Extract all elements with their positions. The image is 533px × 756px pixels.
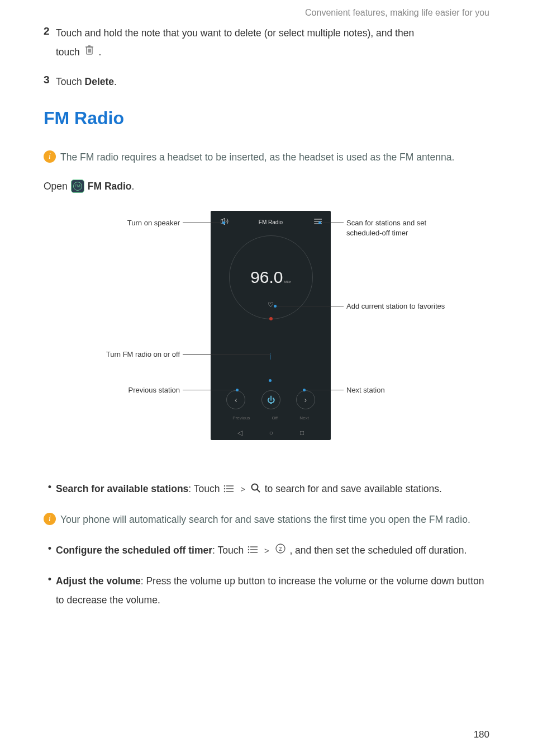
- svg-point-11: [314, 221, 315, 222]
- label-speaker: Turn on speaker: [96, 218, 180, 228]
- ctrl-label-prev: Previous: [232, 415, 250, 420]
- svg-point-13: [225, 485, 225, 486]
- phone-title: FM Radio: [259, 219, 283, 225]
- leader-line: [277, 306, 344, 306]
- step-number: 2: [44, 23, 56, 62]
- info-icon: i: [44, 150, 56, 163]
- bullet-text: Search for available stations: Touch > t…: [56, 479, 442, 499]
- heart-icon[interactable]: ♡: [268, 301, 274, 309]
- text: Open: [44, 178, 68, 194]
- svg-line-20: [257, 489, 260, 492]
- chevron-icon: >: [264, 546, 269, 555]
- svg-point-12: [314, 224, 315, 224]
- frequency-value: 96.0: [250, 268, 283, 286]
- chevron-icon: >: [240, 484, 245, 494]
- leader-line: [183, 354, 270, 355]
- step-number: 3: [44, 72, 56, 91]
- svg-point-25: [249, 552, 249, 553]
- previous-button[interactable]: ‹: [226, 390, 245, 409]
- text: Scan for stations and set: [346, 219, 426, 227]
- info-icon: i: [44, 513, 56, 525]
- bullet-search: • Search for available stations: Touch >…: [44, 479, 489, 499]
- info-text: The FM radio requires a headset to be in…: [60, 148, 454, 166]
- sleep-timer-icon: z: [275, 541, 286, 560]
- info-text: Your phone will automatically search for…: [60, 511, 470, 528]
- leader-line: [183, 223, 222, 223]
- header-breadcrumb: Convenient features, making life easier …: [44, 0, 489, 23]
- ctrl-label-next: Next: [299, 415, 308, 420]
- next-button[interactable]: ›: [296, 390, 315, 409]
- delete-label: Delete: [85, 76, 115, 87]
- svg-point-23: [249, 550, 249, 550]
- text: Touch: [56, 76, 85, 87]
- fm-radio-app-icon: FM: [71, 179, 84, 193]
- text: .: [99, 46, 102, 58]
- page-number: 180: [474, 729, 489, 740]
- svg-point-17: [225, 491, 225, 492]
- text: to search for and save available station…: [265, 483, 442, 494]
- step-text: Touch and hold the note that you want to…: [56, 23, 414, 62]
- svg-point-19: [251, 484, 258, 490]
- diagram: FM Radio 96.0MHz ♡ ‹ ⏻ › Previous Off Ne…: [44, 211, 489, 457]
- text: scheduled-off timer: [346, 229, 408, 237]
- bullet-timer: • Configure the scheduled off timer: Tou…: [44, 541, 489, 560]
- trash-icon: [84, 43, 95, 62]
- list-icon: [248, 541, 259, 560]
- text: : Touch: [212, 545, 246, 556]
- bullet-text: Configure the scheduled off timer: Touch…: [56, 541, 467, 560]
- step-text: Touch Delete.: [56, 72, 117, 91]
- text: , and then set the scheduled off duratio…: [289, 545, 467, 556]
- label-menu: Scan for stations and set scheduled-off …: [346, 218, 441, 238]
- open-instruction: Open FM FM Radio.: [44, 178, 489, 194]
- power-button[interactable]: ⏻: [261, 390, 280, 409]
- bold: Adjust the volume: [56, 575, 141, 587]
- label-favorite: Add current station to favorites: [346, 301, 464, 311]
- svg-point-10: [314, 219, 315, 220]
- text: .: [132, 181, 135, 192]
- step-2: 2 Touch and hold the note that you want …: [44, 23, 489, 62]
- svg-point-15: [225, 488, 225, 489]
- bold: Search for available stations: [56, 483, 188, 494]
- bold: Configure the scheduled off timer: [56, 545, 212, 556]
- nav-recent-icon[interactable]: □: [300, 429, 304, 437]
- leader-line: [306, 390, 344, 390]
- nav-back-icon[interactable]: ◁: [237, 429, 242, 437]
- section-title: FM Radio: [44, 108, 489, 129]
- leader-line: [321, 223, 344, 223]
- frequency-dial[interactable]: 96.0MHz ♡: [229, 235, 313, 319]
- svg-text:z: z: [279, 545, 282, 552]
- bullet-dot: •: [44, 541, 56, 560]
- info-note-2: i Your phone will automatically search f…: [44, 511, 489, 528]
- list-icon: [223, 480, 235, 499]
- label-previous: Previous station: [96, 385, 180, 395]
- step-3: 3 Touch Delete.: [44, 72, 489, 91]
- info-note: i The FM radio requires a headset to be …: [44, 148, 489, 166]
- text: : Touch: [188, 483, 222, 494]
- dial-indicator: [269, 317, 273, 320]
- phone-screenshot: FM Radio 96.0MHz ♡ ‹ ⏻ › Previous Off Ne…: [211, 211, 331, 440]
- label-next: Next station: [346, 385, 430, 395]
- search-icon: [251, 480, 261, 499]
- leader-line: [183, 390, 236, 390]
- bullet-dot: •: [44, 571, 56, 609]
- bullet-text: Adjust the volume: Press the volume up b…: [56, 571, 489, 609]
- bullet-volume: • Adjust the volume: Press the volume up…: [44, 571, 489, 609]
- text: Touch and hold the note that you want to…: [56, 27, 414, 39]
- text: touch: [56, 46, 80, 58]
- app-name: FM Radio: [88, 181, 132, 192]
- bullet-dot: •: [44, 479, 56, 499]
- text: .: [114, 76, 117, 87]
- frequency-unit: MHz: [284, 280, 291, 284]
- svg-point-21: [249, 547, 249, 547]
- ctrl-label-off: Off: [272, 415, 278, 420]
- nav-home-icon[interactable]: ○: [269, 429, 273, 437]
- label-power: Turn FM radio on or off: [91, 349, 180, 360]
